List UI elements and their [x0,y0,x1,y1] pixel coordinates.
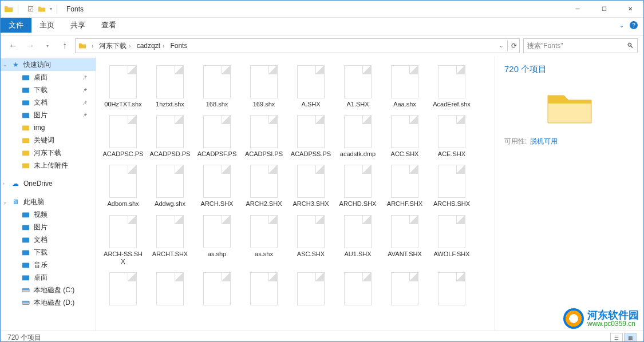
sidebar-item[interactable]: 音乐 [1,259,96,271]
file-name: AU1.SHX [344,250,371,258]
file-item[interactable]: ARCH.SHX [195,162,239,210]
navigation-pane[interactable]: ⌄ ★ 快速访问 桌面📌︎下载📌︎文档📌︎图片📌︎img关键词河东下载未上传附件… [1,56,96,331]
file-item[interactable]: Adbom.shx [101,162,145,210]
file-item[interactable]: 168.shx [195,63,239,110]
file-item[interactable] [195,270,239,310]
file-item[interactable] [289,270,333,310]
sidebar-item-label: 图片 [34,222,48,232]
drive-icon [21,298,30,307]
file-item[interactable]: ACADPSF.PS [195,113,239,160]
sidebar-item-quick-access[interactable]: ⌄ ★ 快速访问 [1,58,96,71]
file-item[interactable]: ARCH2.SHX [242,162,286,210]
qat-folder-icon[interactable] [37,5,46,14]
refresh-icon[interactable]: ⟳ [511,42,517,50]
sidebar-item[interactable]: 文档 [1,233,96,246]
file-item[interactable]: 00HzTXT.shx [101,63,145,110]
sidebar-item-this-pc[interactable]: ⌄ 🖥 此电脑 [1,196,96,208]
sidebar-item[interactable]: 河东下载 [1,146,96,159]
file-item[interactable]: ASC.SHX [289,213,333,268]
sidebar-item[interactable]: 下载 [1,246,96,259]
file-item[interactable]: as.shx [242,213,286,268]
file-item[interactable]: ACADPSD.PS [148,113,192,160]
file-item[interactable]: Addwg.shx [148,162,192,210]
breadcrumb[interactable]: cadzqzt› [136,42,168,50]
file-item[interactable]: ARCHS.SHX [429,162,474,210]
minimize-button[interactable]: ─ [564,1,591,18]
file-item[interactable]: A.SHX [289,63,333,110]
file-item[interactable]: ARCHF.SHX [382,162,427,210]
file-item[interactable]: A1.SHX [335,63,380,110]
file-item[interactable]: AVANT.SHX [382,213,427,268]
file-icon [109,215,137,248]
tab-share[interactable]: 共享 [62,18,93,33]
close-button[interactable]: ✕ [617,1,643,18]
sidebar-item[interactable]: 桌面📌︎ [1,71,96,83]
file-item[interactable] [242,270,286,310]
tab-file[interactable]: 文件 [1,18,31,33]
sidebar-item[interactable]: 未上传附件 [1,159,96,172]
file-item[interactable] [101,270,145,310]
sidebar-item[interactable]: 图片📌︎ [1,109,96,121]
qat-dropdown-icon[interactable]: ▾ [50,6,52,11]
sidebar-item[interactable]: 本地磁盘 (C:) [1,284,96,296]
svg-rect-13 [22,276,29,281]
file-item[interactable]: acadstk.dmp [335,113,380,160]
back-button[interactable]: ← [6,39,20,53]
file-item[interactable]: ACE.SHX [429,113,474,160]
file-item[interactable] [382,270,427,310]
sidebar-item-onedrive[interactable]: › ☁ OneDrive [1,177,96,190]
forward-button[interactable]: → [23,39,37,53]
file-item[interactable]: ACADPSS.PS [289,113,333,160]
breadcrumb[interactable]: Fonts [169,42,188,50]
file-item[interactable]: 1hztxt.shx [148,63,192,110]
sidebar-item[interactable]: 文档📌︎ [1,96,96,109]
file-list[interactable]: 00HzTXT.shx1hztxt.shx168.shx169.shxA.SHX… [96,56,495,331]
file-item[interactable]: as.shp [195,213,239,268]
view-details-button[interactable]: ☰ [610,333,623,343]
file-item[interactable]: ARCH-SS.SHX [101,213,145,268]
file-item[interactable]: ARCH3.SHX [289,162,333,210]
file-item[interactable]: ACC.SHX [382,113,427,160]
file-item[interactable]: Aaa.shx [382,63,427,110]
svg-rect-2 [22,101,29,106]
recent-dropdown[interactable]: ▾ [41,39,54,53]
sidebar-item[interactable]: 图片 [1,221,96,233]
sidebar-item-label: 本地磁盘 (C:) [34,285,74,295]
file-name: as.shp [208,250,226,258]
file-item[interactable]: ARCHD.SHX [335,162,380,210]
file-item[interactable]: ACADPSI.PS [242,113,286,160]
sidebar-item[interactable]: 关键词 [1,134,96,146]
file-item[interactable]: ARCHT.SHX [148,213,192,268]
up-button[interactable]: ↑ [58,39,72,53]
sidebar-item-label: 视频 [34,210,48,220]
tab-home[interactable]: 主页 [31,18,62,33]
file-icon [250,65,278,98]
maximize-button[interactable]: ☐ [591,1,617,18]
help-icon[interactable]: ? [630,21,638,29]
sidebar-item[interactable]: 下载📌︎ [1,83,96,96]
qat-properties-icon[interactable]: ☑ [27,5,34,13]
file-item[interactable]: ACADPSC.PS [101,113,145,160]
ribbon-expand-icon[interactable]: ⌄ [619,22,624,29]
breadcrumb[interactable]: 河东下载› [98,41,134,51]
file-item[interactable]: 169.shx [242,63,286,110]
view-icons-button[interactable]: ▦ [624,333,637,343]
address-bar[interactable]: › 河东下载› cadzqzt› Fonts ⌄ ⟳ [75,38,520,53]
address-dropdown-icon[interactable]: ⌄ [499,43,504,49]
file-item[interactable]: AWOLF.SHX [429,213,474,268]
sidebar-item[interactable]: 视频 [1,208,96,221]
sidebar-item[interactable]: img [1,121,96,134]
sidebar-item[interactable]: 桌面 [1,271,96,284]
file-item[interactable] [429,270,474,310]
sidebar-item-label: 下载 [34,85,48,95]
file-icon [156,272,184,305]
svg-rect-5 [22,138,29,144]
chevron-down-icon: ⌄ [3,62,7,67]
file-item[interactable]: AcadEref.shx [429,63,474,110]
file-item[interactable]: AU1.SHX [335,213,380,268]
search-input[interactable]: 搜索"Fonts" 🔍︎ [523,38,638,53]
tab-view[interactable]: 查看 [93,18,124,33]
file-item[interactable] [148,270,192,310]
file-item[interactable] [335,270,380,310]
sidebar-item[interactable]: 本地磁盘 (D:) [1,296,96,309]
